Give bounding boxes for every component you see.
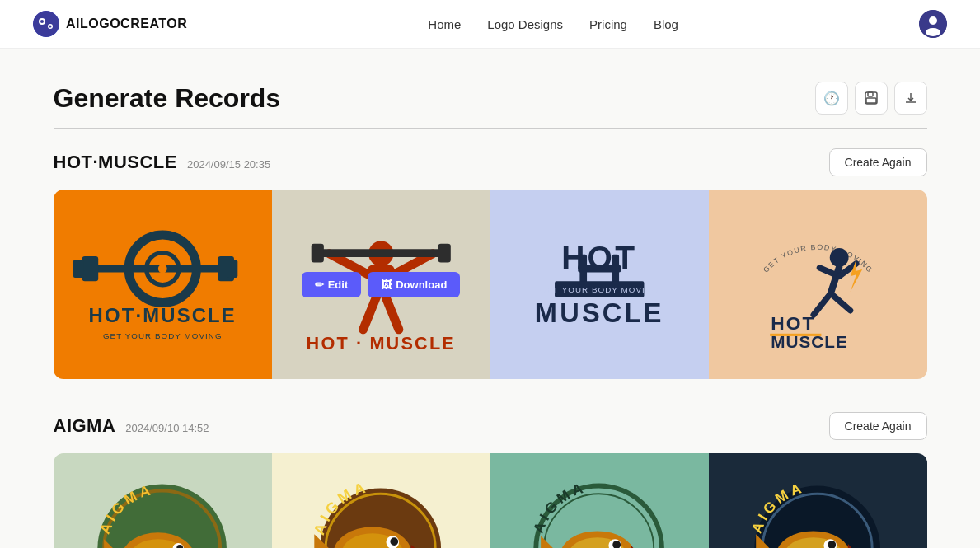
svg-point-6 [929, 16, 937, 25]
aigma-card-4[interactable]: AIGMA ✏ Edit 🖼 Download [709, 453, 927, 548]
svg-rect-10 [866, 98, 876, 103]
aigma-card-3[interactable]: AIGMA ✏ Edit 🖼 Download [490, 453, 709, 548]
svg-rect-17 [227, 260, 237, 278]
nav-blog[interactable]: Blog [654, 17, 678, 31]
user-avatar[interactable] [919, 10, 947, 38]
aigma-card-2[interactable]: AIGMA ✏ Edit 🖼 Download [272, 453, 490, 548]
section-aigma: AIGMA 2024/09/10 14:52 Create Again [54, 412, 927, 548]
card-overlay-2: ✏ Edit 🖼 Download [272, 190, 490, 379]
edit-btn-2[interactable]: ✏ Edit [302, 272, 362, 297]
svg-text:AIGMA: AIGMA [530, 479, 588, 535]
download-all-button[interactable] [894, 82, 927, 115]
svg-text:HOT: HOT [771, 311, 815, 333]
svg-point-4 [49, 26, 52, 28]
svg-line-42 [831, 293, 851, 311]
download-btn-2[interactable]: 🖼 Download [368, 272, 460, 297]
svg-point-2 [40, 20, 44, 23]
hot-muscle-card-4[interactable]: GET YOUR BODY MOVING HOT MUSCLE [709, 190, 927, 379]
svg-rect-34 [578, 265, 621, 272]
svg-text:GET YOUR BODY MOVING: GET YOUR BODY MOVING [540, 285, 659, 294]
history-button[interactable]: 🕐 [815, 82, 848, 115]
page-header: Generate Records 🕐 [54, 82, 927, 115]
nav-pricing[interactable]: Pricing [589, 17, 627, 31]
nav-home[interactable]: Home [428, 17, 461, 31]
page-header-actions: 🕐 [815, 82, 927, 115]
svg-text:GET YOUR BODY MOVING: GET YOUR BODY MOVING [103, 330, 223, 340]
section-title-row-aigma: AIGMA 2024/09/10 14:52 [54, 415, 209, 437]
site-header: AILOGOCREATOR Home Logo Designs Pricing … [0, 0, 980, 49]
svg-text:HOT·MUSCLE: HOT·MUSCLE [88, 304, 236, 326]
svg-rect-14 [82, 256, 98, 281]
section-header-aigma: AIGMA 2024/09/10 14:52 Create Again [54, 412, 927, 440]
svg-text:MUSCLE: MUSCLE [535, 298, 664, 328]
site-logo[interactable]: AILOGOCREATOR [33, 11, 187, 37]
section-date-hot-muscle: 2024/09/15 20:35 [187, 158, 270, 171]
svg-line-41 [814, 293, 831, 315]
svg-point-18 [158, 264, 167, 273]
svg-rect-13 [91, 265, 225, 272]
nav-logo-designs[interactable]: Logo Designs [487, 17, 563, 31]
section-date-aigma: 2024/09/10 14:52 [125, 422, 209, 434]
save-button[interactable] [855, 82, 888, 115]
svg-marker-72 [541, 536, 560, 548]
section-title-aigma: AIGMA [54, 415, 116, 437]
page-title: Generate Records [54, 83, 281, 114]
section-hot-muscle: HOT·MUSCLE 2024/09/15 20:35 Create Again [54, 148, 927, 379]
hot-muscle-card-2[interactable]: HOT · MUSCLE ✏ Edit 🖼 Download [272, 190, 490, 379]
aigma-card-1[interactable]: AIGMA ✏ Edit 🖼 Download [54, 453, 272, 548]
main-nav: Home Logo Designs Pricing Blog [428, 17, 678, 31]
svg-point-7 [926, 28, 940, 36]
section-title-row: HOT·MUSCLE 2024/09/15 20:35 [54, 152, 271, 173]
section-header-hot-muscle: HOT·MUSCLE 2024/09/15 20:35 Create Again [54, 148, 927, 176]
section-title-hot-muscle: HOT·MUSCLE [54, 152, 177, 173]
hot-muscle-card-3[interactable]: HOT GET YOUR BODY MOVING MUSCLE ✏ Edit 🖼… [490, 190, 709, 379]
aigma-grid: AIGMA ✏ Edit 🖼 Download [54, 453, 927, 548]
svg-point-0 [33, 11, 59, 37]
svg-text:MUSCLE: MUSCLE [771, 332, 848, 351]
svg-rect-9 [868, 92, 873, 96]
create-again-hot-muscle[interactable]: Create Again [829, 148, 927, 176]
logo-icon [33, 11, 59, 37]
create-again-aigma[interactable]: Create Again [829, 412, 927, 440]
hot-muscle-card-1[interactable]: HOT·MUSCLE GET YOUR BODY MOVING ✏ Edit 🖼… [54, 190, 272, 379]
main-content: Generate Records 🕐 HOT·MUSCLE [21, 49, 960, 548]
svg-rect-16 [73, 260, 84, 278]
hot-muscle-grid: HOT·MUSCLE GET YOUR BODY MOVING ✏ Edit 🖼… [54, 190, 927, 379]
svg-point-63 [391, 537, 399, 546]
section-divider [54, 128, 927, 129]
